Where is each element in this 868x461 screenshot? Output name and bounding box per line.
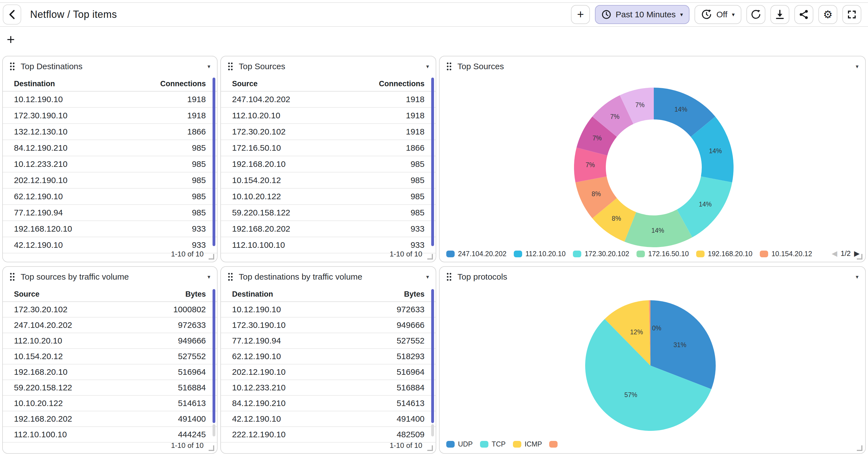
legend-item[interactable]: 192.168.20.10 bbox=[696, 250, 752, 258]
row-key: 10.12.233.210 bbox=[14, 159, 67, 169]
resize-handle[interactable] bbox=[209, 445, 214, 451]
column-header[interactable]: Connections bbox=[160, 80, 206, 88]
scrollbar[interactable] bbox=[213, 289, 215, 423]
row-key: 84.12.190.210 bbox=[232, 399, 286, 408]
row-key: 172.30.190.10 bbox=[232, 320, 286, 330]
legend-item[interactable]: ICMP bbox=[513, 440, 542, 448]
legend-item[interactable]: 172.30.20.102 bbox=[573, 250, 629, 258]
row-key: 172.30.20.102 bbox=[14, 305, 67, 314]
column-header[interactable]: Source bbox=[232, 80, 258, 88]
fullscreen-button[interactable] bbox=[842, 5, 861, 24]
slice-percentage-label: 7% bbox=[636, 101, 645, 109]
chevron-down-icon[interactable]: ▾ bbox=[208, 273, 210, 280]
resize-handle[interactable] bbox=[427, 254, 433, 260]
row-key: 112.10.100.10 bbox=[14, 430, 67, 439]
legend-label: 112.10.20.10 bbox=[526, 250, 566, 258]
panel-header: Top Sources ▾ bbox=[440, 56, 865, 77]
page-prev-icon[interactable]: ◀ bbox=[832, 249, 837, 258]
drag-handle-icon[interactable] bbox=[9, 272, 15, 281]
chevron-down-icon[interactable]: ▾ bbox=[856, 273, 859, 280]
row-key: 62.12.190.10 bbox=[14, 192, 63, 201]
row-key: 192.168.120.10 bbox=[14, 224, 72, 234]
legend-item[interactable]: 112.10.20.10 bbox=[514, 250, 566, 258]
scrollbar-track[interactable] bbox=[213, 424, 215, 436]
row-key: 172.30.190.10 bbox=[14, 111, 67, 120]
settings-button[interactable]: ⚙ bbox=[818, 5, 837, 24]
row-key: 62.12.190.10 bbox=[232, 352, 281, 361]
table-footer: 1-10 of 10 bbox=[3, 438, 217, 453]
share-button[interactable] bbox=[794, 5, 813, 24]
resize-handle[interactable] bbox=[427, 445, 433, 451]
row-key: 247.104.20.202 bbox=[14, 320, 72, 330]
slice-percentage-label: 14% bbox=[651, 227, 664, 234]
chevron-down-icon[interactable]: ▾ bbox=[426, 63, 429, 70]
legend-label: ICMP bbox=[525, 440, 542, 448]
scrollbar[interactable] bbox=[431, 78, 434, 246]
legend-label: 192.168.20.10 bbox=[708, 250, 752, 258]
drag-handle-icon[interactable] bbox=[446, 62, 452, 71]
panel-top-sources-chart: Top Sources ▾ 14%14%14%14%8%8%7%7%7%7% 2… bbox=[439, 56, 866, 262]
resize-handle[interactable] bbox=[857, 445, 862, 451]
legend-item[interactable]: TCP bbox=[480, 440, 506, 448]
row-key: 132.12.130.10 bbox=[14, 127, 67, 137]
column-header[interactable]: Bytes bbox=[404, 290, 425, 298]
slice-percentage-label: 14% bbox=[709, 147, 722, 154]
panel-header: Top Destinations ▾ bbox=[3, 56, 217, 77]
scrollbar-track[interactable] bbox=[431, 424, 434, 436]
scrollbar[interactable] bbox=[431, 289, 434, 423]
chevron-down-icon[interactable]: ▾ bbox=[208, 63, 210, 70]
row-value: 985 bbox=[410, 208, 425, 218]
row-value: 985 bbox=[410, 159, 425, 169]
chart-legend: UDPTCPICMP bbox=[446, 440, 565, 448]
scrollbar[interactable] bbox=[213, 78, 215, 246]
row-key: 10.12.233.210 bbox=[232, 383, 286, 392]
table-header: Destination Connections bbox=[3, 77, 217, 91]
drag-handle-icon[interactable] bbox=[9, 62, 15, 71]
drag-handle-icon[interactable] bbox=[227, 272, 233, 281]
row-key: 192.168.20.10 bbox=[232, 159, 286, 169]
drag-handle-icon[interactable] bbox=[227, 62, 233, 71]
row-key: 202.12.190.10 bbox=[14, 175, 67, 185]
legend-item[interactable]: 10.154.20.12 bbox=[760, 250, 812, 258]
legend-item[interactable]: 172.16.50.10 bbox=[637, 250, 689, 258]
row-value: 1918 bbox=[406, 95, 425, 104]
legend-item[interactable]: 247.104.20.202 bbox=[446, 250, 506, 258]
resize-handle[interactable] bbox=[209, 254, 214, 260]
table-row: 172.30.20.1021000802 bbox=[3, 302, 217, 318]
resize-handle[interactable] bbox=[857, 254, 862, 260]
panel-title: Top protocols bbox=[458, 272, 507, 282]
pagination-status: 1-10 of 10 bbox=[390, 250, 422, 258]
column-header[interactable]: Destination bbox=[14, 80, 55, 88]
chevron-down-icon[interactable]: ▾ bbox=[856, 63, 859, 70]
add-widget-button[interactable]: + bbox=[7, 32, 15, 46]
row-value: 985 bbox=[192, 159, 206, 169]
column-header[interactable]: Destination bbox=[232, 290, 273, 298]
add-panel-button[interactable]: + bbox=[571, 5, 590, 24]
table-row: 247.104.20.202972633 bbox=[3, 318, 217, 333]
slice-percentage-label: 8% bbox=[612, 215, 621, 222]
auto-refresh-button[interactable]: Off ▾ bbox=[694, 5, 741, 24]
column-header[interactable]: Bytes bbox=[185, 290, 206, 298]
table-row: 192.168.120.10933 bbox=[3, 221, 217, 237]
download-button[interactable] bbox=[770, 5, 789, 24]
table-row: 192.168.20.202933 bbox=[221, 221, 436, 237]
chevron-down-icon[interactable]: ▾ bbox=[426, 273, 429, 280]
legend-item[interactable] bbox=[549, 441, 558, 448]
legend-item[interactable]: UDP bbox=[446, 440, 473, 448]
column-header[interactable]: Connections bbox=[379, 80, 425, 88]
drag-handle-icon[interactable] bbox=[446, 272, 452, 281]
back-button[interactable] bbox=[3, 4, 21, 25]
table-footer: 1-10 of 10 bbox=[221, 438, 436, 453]
table-row: 172.30.190.101918 bbox=[3, 108, 217, 124]
column-header[interactable]: Source bbox=[14, 290, 40, 298]
auto-refresh-clock-icon bbox=[701, 9, 712, 20]
refresh-button[interactable] bbox=[746, 5, 765, 24]
row-value: 516964 bbox=[178, 367, 206, 377]
time-range-button[interactable]: Past 10 Minutes ▾ bbox=[595, 5, 689, 24]
slice-percentage-label: 14% bbox=[675, 106, 687, 113]
table-row: 62.12.190.10985 bbox=[3, 189, 217, 205]
table-row: 202.12.190.10516964 bbox=[221, 365, 436, 380]
table-row: 84.12.190.210985 bbox=[3, 140, 217, 156]
slice-percentage-label: 7% bbox=[592, 135, 601, 142]
time-range-label: Past 10 Minutes bbox=[616, 10, 676, 19]
